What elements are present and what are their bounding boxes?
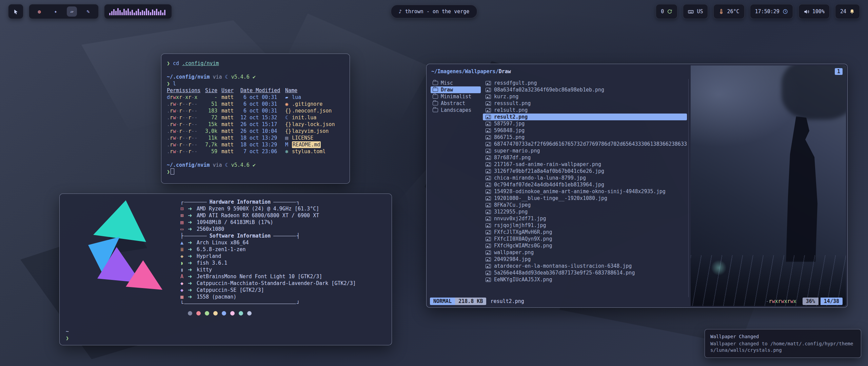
file-list-item[interactable]: atardecer-en-la-montanas-ilustracion-634… <box>483 263 687 269</box>
file-name: stylua.toml <box>292 148 326 155</box>
fetch-value: 6.5.8-zen1-1-zen <box>197 246 246 253</box>
prompt-path: ~ <box>66 328 69 335</box>
tab-indicator[interactable]: 1 <box>835 68 843 75</box>
fetch-prompt[interactable]: ~ ❯ <box>66 328 69 342</box>
file-list-item[interactable]: 154928-odinokoe_anime-art-anime-okno-sin… <box>483 188 687 195</box>
file-list-item[interactable]: kurz.png <box>483 93 687 100</box>
arrow-icon: ➜ <box>188 273 197 280</box>
visualizer-bar <box>123 9 125 15</box>
launcher-button[interactable] <box>8 4 23 19</box>
file-permissions: .rw-r--r-- <box>167 101 198 107</box>
file-list-item[interactable]: 0c794faf07de24a4db4d4fb1eb813964.jpg <box>483 181 687 188</box>
workspace-button[interactable]: ◍ <box>34 6 44 17</box>
updates-module[interactable]: 0 <box>656 4 677 19</box>
file-list-item[interactable]: 8FKa7Cu.jpeg <box>483 202 687 208</box>
palette-dot <box>213 311 218 316</box>
file-list-item[interactable]: resssult.png <box>483 100 687 107</box>
file-permissions: .rw-r--r-- <box>167 107 198 114</box>
keyboard-layout-module[interactable]: US <box>683 4 708 19</box>
file-list-item[interactable]: FXfcHgcWIAMzs0G.png <box>483 242 687 249</box>
fetch-value: AMD Ryzen 9 5900X (24) @ 4.9GHz [61.3°C] <box>197 205 319 212</box>
file-name: LICENSE <box>292 135 313 141</box>
file-list-item[interactable]: nnvuv0xj2df71.jpg <box>483 215 687 222</box>
palette-dot <box>239 311 243 316</box>
file-list-item[interactable]: 587597.jpg <box>483 120 687 127</box>
file-list-item[interactable]: chica-mirando-la-luna-8799.jpg <box>483 175 687 181</box>
file-list-item[interactable]: 596848.jpg <box>483 127 687 134</box>
image-file-icon <box>486 115 491 119</box>
notification-popup[interactable]: Wallpaper Changed Wallpaper changed to /… <box>705 329 861 358</box>
temperature-module[interactable]: 26°C <box>713 4 744 19</box>
file-list-item[interactable]: 20492984.jpg <box>483 256 687 263</box>
status-file-name: result2.png <box>490 298 524 305</box>
software-icon: ▦ <box>180 293 188 300</box>
clock-module[interactable]: 17:50:29 <box>750 4 793 19</box>
fetch-window: ┌Hardware Information┐ ⊡➜AMD Ryzen 9 590… <box>59 194 392 345</box>
image-file-icon <box>486 169 491 174</box>
sidebar-folder-item[interactable]: Landscapes <box>431 107 481 114</box>
file-list-item[interactable]: 3126f7e9bbf21a8a4af0b67b041c6e26.jpg <box>483 168 687 175</box>
workspace-button[interactable]: ✦ <box>51 6 61 17</box>
audio-visualizer-module[interactable] <box>104 4 172 19</box>
notification-body: Wallpaper changed to /home/matt/.config/… <box>710 341 855 353</box>
file-list-item[interactable]: wallpaper.png <box>483 249 687 256</box>
file-list-item[interactable]: 866715.png <box>483 134 687 141</box>
visualizer-bar <box>138 9 139 15</box>
file-list-item[interactable]: re1sult.png <box>483 107 687 114</box>
sidebar-folder-item[interactable]: Abstract <box>431 100 481 107</box>
visualizer-bar <box>146 8 147 15</box>
box-corner: ┤ <box>297 232 300 239</box>
file-list-item[interactable]: rsjqojlmjhf91.jpg <box>483 222 687 229</box>
image-file-icon <box>486 196 491 201</box>
file-list-item[interactable]: FXfcJlTXgAMvH6R.png <box>483 229 687 236</box>
file-user: matt <box>221 141 236 148</box>
file-list-item[interactable]: 08a634fa02a32364f69ebc86a98eb1eb.png <box>483 86 687 93</box>
sidebar-folder-item[interactable]: Minimalist <box>431 93 481 100</box>
image-file-icon <box>486 230 491 235</box>
keyboard-icon <box>688 9 694 15</box>
file-list-item[interactable]: result2.png <box>483 114 687 120</box>
software-icon: ▲ <box>180 239 188 246</box>
color-palette <box>188 311 384 316</box>
file-list-item[interactable]: 87r687df.png <box>483 154 687 161</box>
notifications-module[interactable]: 24 <box>835 4 860 19</box>
sidebar-folder-item[interactable]: Misc <box>431 80 481 86</box>
file-list-item[interactable]: super-mario.png <box>483 147 687 154</box>
terminal-input-line[interactable]: ❯ <box>167 168 344 175</box>
file-list-item[interactable]: 3122955.png <box>483 208 687 215</box>
folder-name: Misc <box>441 80 453 86</box>
fetch-value: Catppuccin-SE [GTK2/3] <box>197 287 264 293</box>
cursor-icon <box>13 9 19 15</box>
fetch-value: 1558 (pacman) <box>197 293 236 300</box>
file-date: 12 oct 15:32 <box>240 114 281 121</box>
file-list-item[interactable]: 5a266e448add93deab367d87173e9f25-6837886… <box>483 269 687 276</box>
file-name: 3126f7e9bbf21a8a4af0b67b041c6e26.jpg <box>494 168 604 175</box>
workspace-button[interactable]: ✎ <box>83 6 93 17</box>
box-corner: ┌ <box>180 199 183 205</box>
now-playing-widget[interactable]: ♪ thrown - on the verge <box>391 5 477 18</box>
file-list-item[interactable]: 19201080-__blue-tinge__-1920x1080.jpg <box>483 195 687 202</box>
filetype-icon: M <box>285 141 292 148</box>
blank-line <box>167 155 344 162</box>
file-list-item[interactable]: FXfcII0X0AQyn9X.png <box>483 236 687 242</box>
file-list-item[interactable]: 68747470733a2f2f696d616765732d7769786d70… <box>483 141 687 147</box>
box-line <box>184 202 207 202</box>
image-file-icon <box>486 128 491 133</box>
file-list-item[interactable]: 217167-sad-anime-rain-wallpaper.png <box>483 161 687 168</box>
file-list-item[interactable]: ressdfgult.png <box>483 80 687 86</box>
file-list-item[interactable]: EeNKYgIUcAAJ5JX.png <box>483 276 687 283</box>
workspace-button[interactable]: ▱ <box>67 6 77 17</box>
palette-dot <box>205 311 209 316</box>
box-corner: └ <box>180 300 183 307</box>
fetch-info: ┌Hardware Information┐ ⊡➜AMD Ryzen 9 590… <box>180 199 384 316</box>
box-line <box>273 202 296 202</box>
image-file-icon <box>486 156 491 160</box>
hardware-title: Hardware Information <box>208 199 273 205</box>
file-name: lazy-lock.json <box>292 121 335 128</box>
fetch-line: ◆➜Catppuccin-Macchiato-Standard-Lavender… <box>180 280 384 287</box>
terminal-window: ❯ cd .config/nvim ~/.config/nvim via ☾ v… <box>161 54 350 184</box>
volume-module[interactable]: 100% <box>798 4 830 19</box>
image-file-icon <box>486 101 491 106</box>
sidebar-folder-item[interactable]: Draw <box>431 86 481 93</box>
arrow-icon: ➜ <box>188 260 197 266</box>
